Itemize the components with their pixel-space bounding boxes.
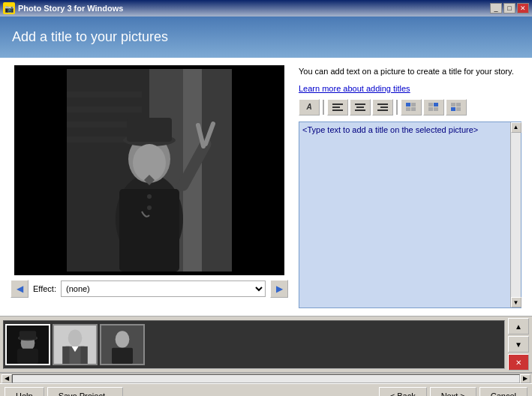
svg-rect-40 [451,107,455,111]
svg-rect-27 [377,104,388,105]
title-bar: 📷 Photo Story 3 for Windows _ □ ✕ [0,0,532,16]
back-button[interactable]: < Back [379,387,427,397]
filmstrip-down-button[interactable]: ▼ [508,336,529,352]
svg-point-19 [147,194,152,199]
filmstrip-controls: ▲ ▼ ✕ [508,318,529,370]
help-button[interactable]: Help [5,387,44,397]
position-tl-icon [406,103,416,112]
font-style-button[interactable]: A [299,99,320,116]
position-tc-button[interactable] [423,99,444,116]
info-text: You can add text on a picture to create … [299,65,521,78]
svg-rect-30 [406,103,410,106]
svg-rect-51 [80,346,87,363]
svg-rect-29 [377,110,388,111]
next-arrow[interactable]: ▶ [270,280,288,298]
effect-label: Effect: [33,284,56,293]
svg-rect-46 [20,331,36,339]
svg-point-20 [147,206,152,210]
svg-rect-4 [67,106,142,112]
right-panel: You can add text on a picture to create … [299,65,521,308]
effect-row: ◀ Effect: (none) Blur Fade Sepia Waterco… [11,280,288,298]
filmstrip-thumb-1[interactable] [5,324,50,365]
svg-rect-10 [119,189,179,272]
bottom-bar: Help Save Project... < Back Next > Cance… [0,383,532,396]
learn-more-link[interactable]: Learn more about adding titles [299,84,521,93]
text-scrollbar: ▲ ▼ [510,122,521,308]
svg-rect-26 [355,110,365,111]
thumb-1-image [7,324,49,365]
text-toolbar: A [299,99,521,116]
svg-rect-22 [332,106,340,108]
svg-rect-41 [456,107,461,111]
svg-rect-38 [451,103,455,106]
align-center-icon [355,103,365,112]
h-scroll-track[interactable] [12,374,520,383]
svg-rect-31 [411,103,416,106]
h-scroll-left-button[interactable]: ◀ [2,374,12,383]
h-scrollbar: ◀ ▶ [0,373,532,383]
prev-arrow[interactable]: ◀ [11,280,29,298]
scroll-down-button[interactable]: ▼ [511,297,521,308]
scroll-up-button[interactable]: ▲ [511,122,521,133]
svg-point-48 [68,329,83,346]
filmstrip-delete-button[interactable]: ✕ [508,354,529,370]
close-button[interactable]: ✕ [517,3,529,14]
filmstrip-up-button[interactable]: ▲ [508,318,529,334]
h-scroll-right-button[interactable]: ▶ [520,374,530,383]
svg-rect-28 [380,106,388,108]
svg-rect-21 [332,104,343,105]
svg-rect-24 [355,104,365,105]
maximize-button[interactable]: □ [503,3,515,14]
svg-rect-35 [434,103,438,106]
svg-rect-33 [411,107,416,111]
svg-rect-44 [17,348,38,364]
align-right-button[interactable] [372,99,393,116]
text-input[interactable]: <Type text to add a title on the selecte… [299,122,510,308]
filmstrip-area: ▲ ▼ ✕ [0,316,532,373]
svg-rect-25 [356,106,364,108]
align-right-icon [377,103,388,112]
svg-rect-34 [428,103,433,106]
filmstrip-thumb-2[interactable] [53,324,98,365]
svg-rect-39 [456,103,461,106]
thumb-2-image [54,324,96,365]
image-container [14,65,284,275]
effect-select[interactable]: (none) Blur Fade Sepia Watercolor [61,280,266,297]
filmstrip-scroll[interactable] [3,320,505,369]
page-title: Add a title to your pictures [12,29,168,45]
scroll-track[interactable] [511,133,521,298]
svg-rect-56 [112,347,133,363]
header: Add a title to your pictures [0,16,532,58]
next-button[interactable]: Next > [430,387,476,397]
position-bl-icon [451,103,461,112]
align-left-button[interactable] [327,99,348,116]
svg-rect-37 [434,107,438,111]
minimize-button[interactable]: _ [490,3,502,14]
toolbar-separator-1 [323,100,324,115]
filmstrip-thumb-3[interactable] [100,324,145,365]
svg-rect-3 [67,92,142,98]
svg-rect-32 [406,107,410,111]
svg-rect-13 [127,118,172,142]
left-panel: ◀ Effect: (none) Blur Fade Sepia Waterco… [11,65,288,308]
title-bar-buttons: _ □ ✕ [490,3,529,14]
position-bl-button[interactable] [446,99,467,116]
svg-rect-23 [332,110,343,111]
thumb-3-image [101,324,143,365]
svg-rect-50 [62,346,69,363]
app-icon: 📷 [3,2,15,14]
main-content: ◀ Effect: (none) Blur Fade Sepia Waterco… [0,58,532,316]
svg-rect-8 [202,69,232,272]
align-left-icon [332,103,343,112]
toolbar-separator-2 [396,100,398,115]
svg-rect-36 [428,107,433,111]
svg-point-55 [116,331,130,347]
position-tl-button[interactable] [401,99,422,116]
cancel-button[interactable]: Cancel [479,387,527,397]
save-project-button[interactable]: Save Project... [47,387,124,397]
title-bar-text: Photo Story 3 for Windows [18,4,490,13]
position-tc-icon [428,103,439,112]
text-area-container: <Type text to add a title on the selecte… [299,122,521,309]
align-center-button[interactable] [350,99,371,116]
main-photo [67,69,232,272]
